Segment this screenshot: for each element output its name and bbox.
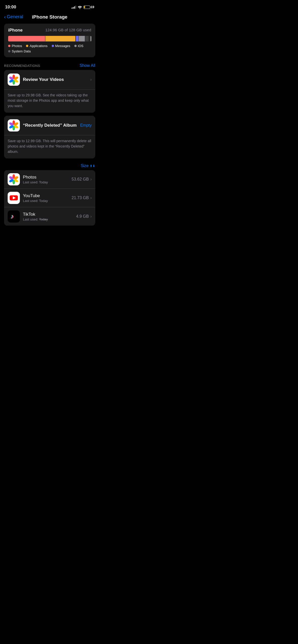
legend-dot-ios xyxy=(74,45,77,47)
tiktok-app-info: TikTok Last used: Today xyxy=(23,212,73,221)
rec-card-review-videos[interactable]: Review Your Videos › Save up to 29.98 GB… xyxy=(4,70,95,113)
nav-bar: ‹ General iPhone Storage xyxy=(0,13,99,23)
legend-label-applications: Applications xyxy=(30,44,47,48)
photos-app-name: Photos xyxy=(23,175,69,180)
list-item-photos[interactable]: Photos Last used: Today 53.62 GB › xyxy=(4,170,95,189)
legend-dot-photos xyxy=(8,45,10,47)
tiktok-last-used: Last used: Today xyxy=(23,217,73,221)
chevron-right-youtube: › xyxy=(90,196,92,200)
svg-point-0 xyxy=(79,8,80,9)
signal-bars-icon xyxy=(72,6,76,9)
legend-applications: Applications xyxy=(26,44,47,48)
sort-label: Size xyxy=(81,164,89,168)
empty-button[interactable]: Empty xyxy=(80,123,92,128)
tiktok-last-used-text: Last used: Today xyxy=(23,217,48,221)
sort-button[interactable]: Size ⬆⬇ xyxy=(81,164,95,168)
status-bar: 10:00 19 xyxy=(0,0,99,13)
rec-card-title-1: Review Your Videos xyxy=(23,77,86,82)
chevron-left-icon: ‹ xyxy=(4,14,6,19)
battery-indicator: 19 xyxy=(84,5,94,9)
legend-messages: Messages xyxy=(52,44,70,48)
storage-bar xyxy=(8,36,91,41)
photos-pinwheel-list-icon xyxy=(8,174,19,185)
tiktok-icon: ♪ ♪ ♪ xyxy=(8,211,19,222)
youtube-play-icon xyxy=(8,192,19,203)
battery-box xyxy=(84,6,90,9)
rec-card-top-1: Review Your Videos › xyxy=(4,70,95,90)
device-name: iPhone xyxy=(8,28,23,33)
sort-chevrons-icon: ⬆⬇ xyxy=(90,164,95,168)
legend-dot-system xyxy=(8,50,10,52)
rec-card-desc-1: Save up to 29.98 GB. See the videos taki… xyxy=(4,90,95,113)
sort-row: Size ⬆⬇ xyxy=(0,162,99,169)
storage-card: iPhone 124.96 GB of 128 GB used Photos A… xyxy=(4,24,95,57)
list-item-youtube[interactable]: YouTube Last used: Today 21.73 GB › xyxy=(4,189,95,207)
legend-dot-messages xyxy=(52,45,54,47)
battery-fill xyxy=(84,6,85,8)
recommendations-label: RECOMMENDATIONS xyxy=(4,64,40,68)
storage-legend: Photos Applications Messages iOS System … xyxy=(8,44,91,53)
back-button[interactable]: ‹ General xyxy=(4,14,23,20)
chevron-right-photos: › xyxy=(90,177,92,182)
storage-usage-text: 124.96 GB of 128 GB used xyxy=(45,28,91,32)
wifi-icon xyxy=(78,6,82,9)
status-icons: 19 xyxy=(72,5,94,9)
tiktok-app-name: TikTok xyxy=(23,212,73,217)
youtube-last-used: Last used: Today xyxy=(23,199,69,203)
youtube-size-row: 21.73 GB › xyxy=(72,196,92,200)
battery-label: 19 xyxy=(91,5,94,9)
tiktok-size-row: 4.9 GB › xyxy=(76,214,92,219)
recommendations-header: RECOMMENDATIONS Show All xyxy=(0,57,99,70)
status-time: 10:00 xyxy=(5,5,16,10)
bar-photos xyxy=(8,36,45,41)
bar-apps xyxy=(45,36,75,41)
legend-label-system: System Data xyxy=(12,49,31,53)
legend-label-messages: Messages xyxy=(55,44,70,48)
show-all-button[interactable]: Show All xyxy=(80,63,95,68)
bar-end xyxy=(89,36,91,41)
photos-app-icon-1 xyxy=(8,74,20,86)
back-label: General xyxy=(7,14,23,20)
youtube-list-icon xyxy=(8,192,20,204)
tiktok-size: 4.9 GB xyxy=(76,214,89,219)
bar-system xyxy=(85,36,88,41)
rec-card-title-2: “Recently Deleted” Album xyxy=(23,123,77,128)
rec-card-recently-deleted[interactable]: “Recently Deleted” Album Empty Save up t… xyxy=(4,116,95,158)
legend-ios: iOS xyxy=(74,44,84,48)
legend-label-photos: Photos xyxy=(12,44,22,48)
youtube-size: 21.73 GB xyxy=(72,196,89,200)
legend-dot-applications xyxy=(26,45,28,47)
photos-size-row: 53.62 GB › xyxy=(72,177,92,182)
chevron-right-icon-1: › xyxy=(90,77,92,82)
photos-list-icon xyxy=(8,173,20,185)
photos-pinwheel-icon-1 xyxy=(8,74,19,85)
tiktok-list-icon: ♪ ♪ ♪ xyxy=(8,210,20,223)
photos-last-used: Last used: Today xyxy=(23,180,69,184)
photos-size: 53.62 GB xyxy=(72,177,89,182)
bar-ios xyxy=(79,36,85,41)
rec-card-top-2: “Recently Deleted” Album Empty xyxy=(4,116,95,135)
photos-pinwheel-icon-2 xyxy=(8,120,19,131)
legend-photos: Photos xyxy=(8,44,22,48)
chevron-right-tiktok: › xyxy=(90,214,92,219)
rec-card-desc-2: Save up to 12.99 GB. This will permanent… xyxy=(4,135,95,158)
bar-messages xyxy=(76,36,78,41)
list-item-tiktok[interactable]: ♪ ♪ ♪ TikTok Last used: Today 4.9 GB › xyxy=(4,207,95,226)
legend-system-data: System Data xyxy=(8,49,31,53)
photos-app-info: Photos Last used: Today xyxy=(23,175,69,184)
youtube-app-name: YouTube xyxy=(23,193,69,198)
page-title: iPhone Storage xyxy=(32,14,67,20)
youtube-app-info: YouTube Last used: Today xyxy=(23,193,69,203)
app-list: Photos Last used: Today 53.62 GB › YouTu… xyxy=(4,170,95,226)
legend-label-ios: iOS xyxy=(78,44,84,48)
svg-text:♪: ♪ xyxy=(11,213,14,220)
photos-app-icon-2 xyxy=(8,119,20,131)
storage-header: iPhone 124.96 GB of 128 GB used xyxy=(8,28,91,33)
